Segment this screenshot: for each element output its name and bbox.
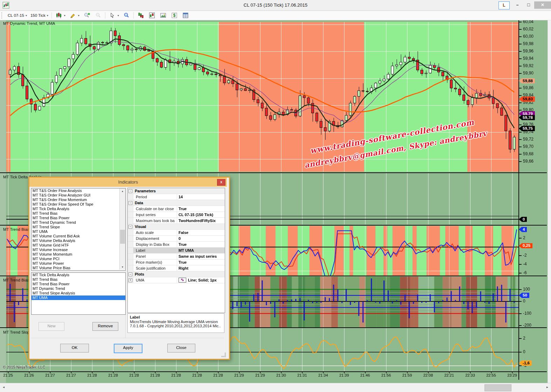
list-item[interactable]: MT Trend Slope [32, 225, 125, 229]
property-value[interactable]: False [177, 230, 225, 235]
list-item[interactable]: MT Trend Dynamic Trend [32, 220, 125, 225]
maximize-button[interactable]: □ [524, 1, 533, 9]
grid-row[interactable]: Auto scaleFalse [128, 230, 225, 236]
grid-row[interactable]: PanelSame as input series [128, 254, 225, 259]
configured-indicators-list[interactable]: MT Tick Delta AnalyisMT Trend BiasMT Tre… [31, 272, 126, 315]
chevron-down-icon: ▾ [118, 14, 119, 17]
grid-row[interactable]: Maximum bars look baTwoHundredFiftySix [128, 218, 225, 224]
list-item[interactable]: MT Tick Delta Analyis [32, 273, 125, 277]
grid-row[interactable]: Input seriesCL 07-15 (150 Tick) [128, 212, 225, 218]
property-value[interactable]: TwoHundredFiftySix [177, 218, 225, 223]
snapshot-icon [160, 12, 167, 19]
grid-row[interactable]: Displacement0 [128, 236, 225, 242]
list-item[interactable]: MT UMA [32, 295, 125, 300]
list-item[interactable]: MT Volume Grid HTF [32, 243, 125, 248]
grid-row[interactable]: Period14 [128, 194, 225, 200]
grid-row[interactable]: Calculate on bar closeTrue [128, 206, 225, 212]
property-value[interactable]: Same as input series [177, 254, 225, 259]
property-value[interactable]: 0 [177, 236, 225, 241]
grid-section[interactable]: −Parameters [128, 188, 225, 194]
collapse-icon[interactable]: − [128, 189, 132, 193]
zoom-in-button[interactable] [81, 12, 92, 19]
chart-style-button[interactable]: ▾ [53, 12, 67, 19]
resize-grip[interactable] [221, 352, 226, 357]
apply-button[interactable]: Apply [114, 344, 142, 353]
indicators-dialog: Indicators x MT T&S Order Flow AnalysisM… [28, 177, 230, 360]
grid-section[interactable]: −Visual [128, 224, 225, 230]
list-item[interactable]: MT Volume Price Bias [32, 266, 125, 270]
property-value[interactable]: True [177, 242, 225, 247]
interval-selector[interactable]: 150 Tick ▾ [29, 12, 50, 19]
snapshot-button[interactable] [158, 12, 169, 19]
scroll-down-arrow[interactable]: ▼ [120, 264, 125, 270]
collapse-icon[interactable]: − [128, 201, 132, 205]
list-scrollbar[interactable]: ▲ ▼ [119, 188, 126, 270]
property-value[interactable]: CL 07-15 (150 Tick) [177, 212, 225, 218]
dialog-close-button[interactable]: x [217, 179, 225, 186]
list-item[interactable]: MT Volume PCI [32, 257, 125, 261]
property-value[interactable]: 14 [177, 194, 225, 200]
property-value[interactable]: Right [177, 265, 225, 271]
list-item[interactable]: MT T&S Order Flow Speed Of Tape [32, 202, 125, 207]
list-item[interactable]: MT Trend Bias [32, 277, 125, 282]
collapse-icon[interactable]: − [128, 272, 132, 276]
close-button[interactable]: Close [167, 344, 195, 352]
remove-button[interactable]: Remove [92, 322, 118, 331]
vertical-scroll-strip[interactable] [547, 20, 551, 383]
list-item[interactable]: MT Trend Bias Power [32, 282, 125, 286]
cursor-button[interactable]: ▾ [107, 12, 121, 19]
list-item[interactable]: MT Volume Increase [32, 248, 125, 252]
instrument-selector[interactable]: CL 07-15 ▾ [6, 12, 29, 19]
scroll-up-arrow[interactable]: ▲ [120, 188, 125, 194]
list-item[interactable]: MT T&S Order Flow Momentum [32, 198, 125, 202]
drawing-tools-button[interactable]: ▾ [67, 12, 81, 19]
list-item[interactable]: MT Trend Bias [32, 211, 125, 216]
scrollbar-thumb[interactable] [120, 230, 125, 244]
horizontal-scrollbar[interactable] [0, 383, 551, 392]
ok-button[interactable]: OK [60, 344, 89, 352]
list-item[interactable]: MT Trend Slope Analysis [32, 291, 125, 295]
property-value[interactable]: True [177, 259, 225, 265]
list-item[interactable]: MT T&S Order Flow Analysis [32, 188, 125, 193]
list-item[interactable]: MT T&S Order Flow Analyzer GUI [32, 193, 125, 198]
expand-icon[interactable]: + [128, 278, 132, 282]
list-item[interactable]: MT Volume Delta Analyis [32, 238, 125, 243]
grid-row[interactable]: LabelMT UMA [128, 248, 225, 254]
grid-row[interactable]: Display in Data BoxTrue [128, 242, 225, 248]
grid-section[interactable]: −Data [128, 200, 225, 206]
link-button[interactable]: L [498, 1, 510, 9]
grid-row[interactable]: +UMA∿Line; Solid; 1px [128, 277, 225, 283]
toolbar-grip[interactable] [1, 12, 4, 19]
data-box-button[interactable] [121, 12, 132, 19]
bar-analysis-button[interactable] [135, 12, 146, 19]
property-value[interactable]: ∿Line; Solid; 1px [177, 277, 225, 283]
property-value[interactable]: MT UMA [177, 248, 225, 253]
account-button[interactable]: $ [169, 12, 180, 19]
list-item[interactable]: MT Trend Bias Power [32, 216, 125, 220]
grid-row[interactable]: Scale justificationRight [128, 265, 225, 271]
collapse-icon[interactable]: − [128, 225, 132, 229]
scrollbar-thumb[interactable] [484, 384, 511, 391]
scroll-right-arrow[interactable]: ► [544, 384, 550, 391]
chart-trader-button[interactable] [146, 12, 158, 19]
available-indicators-list[interactable]: MT T&S Order Flow AnalysisMT T&S Order F… [31, 188, 126, 271]
list-item[interactable]: MT Volume Current Bid Ask [32, 234, 125, 238]
property-label: UMA [133, 277, 177, 283]
list-item[interactable]: MT Volume Power [32, 261, 125, 266]
list-item[interactable]: MT Dynamic Trend [32, 286, 125, 291]
price-axis[interactable] [519, 20, 547, 383]
list-item[interactable]: MT Volume Momentum [32, 252, 125, 257]
property-value[interactable]: True [177, 206, 225, 212]
scroll-left-arrow[interactable]: ◄ [1, 384, 7, 391]
grid-section[interactable]: −Plots [128, 271, 225, 277]
list-item[interactable]: MT UMA [32, 229, 125, 234]
minimize-button[interactable]: – [512, 1, 522, 9]
list-item[interactable]: MT Tick Delta Analyis [32, 207, 125, 211]
grid-row[interactable]: Price marker(s)True [128, 259, 225, 265]
indicator-properties-grid[interactable]: −ParametersPeriod14−DataCalculate on bar… [127, 188, 225, 313]
close-button[interactable]: ✕ [534, 1, 551, 9]
dialog-titlebar[interactable]: Indicators x [29, 178, 227, 187]
zoom-out-button[interactable] [92, 12, 104, 19]
grid-button[interactable] [180, 12, 191, 19]
property-label: Period [133, 194, 177, 200]
